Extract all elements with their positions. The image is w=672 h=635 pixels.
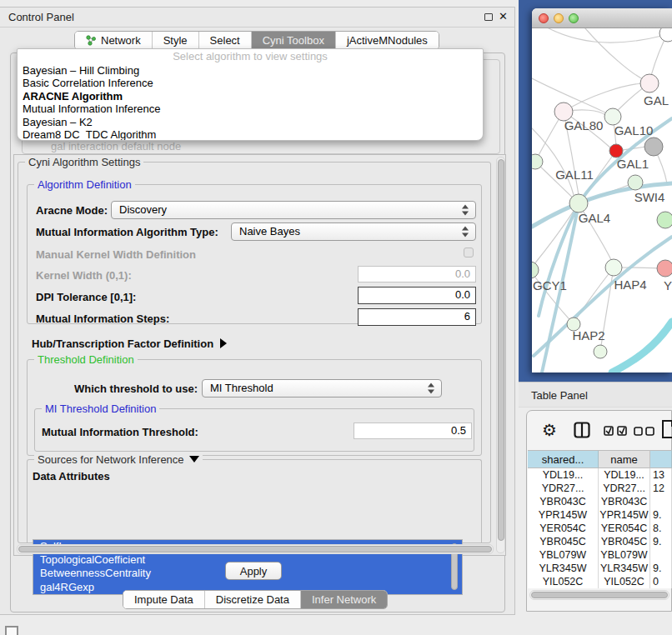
column-header-clipped[interactable] [650, 450, 672, 468]
algorithm-option[interactable]: Mutual Information Inference [18, 102, 483, 115]
network-window-titlebar[interactable] [532, 8, 672, 28]
table-cell[interactable]: YER054C [599, 522, 650, 535]
network-node[interactable] [594, 345, 607, 358]
manual-kernel-checkbox[interactable] [464, 248, 474, 258]
tab-network[interactable]: Network [75, 32, 152, 49]
mi-steps-field[interactable]: 6 [358, 308, 476, 326]
network-edge[interactable] [549, 28, 665, 42]
network-node-gcy1[interactable] [532, 262, 539, 278]
tab-style[interactable]: Style [152, 32, 198, 49]
table-cell[interactable]: YBR045C [599, 535, 650, 548]
network-edge[interactable] [612, 322, 672, 372]
table-cell[interactable] [650, 495, 672, 508]
table-cell[interactable]: YBR043C [599, 495, 650, 508]
table-hscroll-track[interactable] [529, 590, 669, 600]
mi-type-combo[interactable]: Naive Bayes [231, 222, 476, 241]
table-cell[interactable]: 8. [650, 522, 672, 535]
column-header-shared-name[interactable]: shared... [528, 450, 599, 468]
close-traffic-light-icon[interactable] [539, 13, 549, 23]
table-row[interactable]: YDR27...YDR27...12 [528, 482, 672, 495]
network-window: GALGAL80GAL10GAL1GAL11SWI4GAL4GCY1HAP4YH… [532, 8, 672, 372]
network-node-gal[interactable] [640, 74, 659, 92]
table-cell[interactable]: YLR345W [528, 562, 599, 575]
table-cell[interactable]: YDR27... [528, 482, 599, 495]
table-row[interactable]: YDL19...YDL19...13 [528, 468, 672, 482]
algorithm-option[interactable]: Basic Correlation Inference [18, 77, 483, 89]
table-row[interactable]: YPR145WYPR145W9. [528, 508, 672, 522]
table-row[interactable]: YLR345WYLR345W9. [528, 562, 672, 575]
table-cell[interactable]: YPR145W [599, 508, 650, 522]
float-window-icon[interactable] [484, 13, 493, 21]
network-node-y[interactable] [657, 260, 672, 277]
tab-select[interactable]: Select [198, 32, 251, 49]
network-edge[interactable] [564, 83, 642, 112]
network-node-gal10[interactable] [604, 108, 621, 125]
network-canvas[interactable]: GALGAL80GAL10GAL1GAL11SWI4GAL4GCY1HAP4YH… [532, 28, 672, 372]
tab-infer-network[interactable]: Infer Network [300, 591, 387, 608]
table-cell[interactable]: 13 [650, 468, 672, 482]
which-threshold-combo[interactable]: MI Threshold [202, 379, 442, 398]
table-cell[interactable]: YBL079W [528, 548, 599, 562]
table-cell[interactable]: YDL19... [599, 468, 650, 482]
algorithm-option[interactable]: ARACNE Algorithm [18, 90, 483, 102]
deselect-all-icon[interactable] [634, 427, 655, 436]
tab-jactivemnodules[interactable]: jActiveMNodules [335, 32, 439, 49]
kernel-width-field[interactable]: 0.0 [358, 266, 476, 282]
docked-panel-icon[interactable] [5, 626, 18, 635]
network-edge[interactable] [585, 28, 644, 80]
minimize-traffic-light-icon[interactable] [554, 13, 564, 23]
sources-title[interactable]: Sources for Network Inference [34, 453, 203, 466]
algorithm-option[interactable]: Dream8 DC_TDC Algorithm [18, 128, 483, 141]
network-node-swi4[interactable] [628, 175, 643, 190]
table-cell[interactable]: YDR27... [599, 482, 650, 495]
tab-discretize-data[interactable]: Discretize Data [204, 591, 300, 608]
settings-vscroll-thumb[interactable] [498, 159, 504, 541]
table-hscroll-thumb[interactable] [531, 592, 668, 598]
table-cell[interactable]: YBR043C [528, 495, 599, 508]
hub-tf-definition-toggle[interactable]: Hub/Transcription Factor Definition [32, 338, 227, 350]
document-icon[interactable] [661, 419, 672, 439]
gear-icon[interactable]: ⚙ [542, 420, 557, 440]
settings-hscroll-thumb[interactable] [18, 546, 492, 552]
network-node[interactable] [657, 212, 672, 228]
table-cell[interactable]: 9. [650, 508, 672, 522]
apply-button[interactable]: Apply [225, 562, 282, 580]
zoom-traffic-light-icon[interactable] [569, 13, 579, 23]
dpi-tolerance-field[interactable]: 0.0 [358, 287, 476, 304]
table-cell[interactable] [650, 548, 672, 562]
network-icon [86, 35, 97, 46]
network-node[interactable] [644, 138, 663, 156]
mi-threshold-field[interactable]: 0.5 [354, 422, 472, 439]
close-icon[interactable]: ✕ [499, 10, 508, 22]
split-columns-icon[interactable] [574, 422, 590, 438]
table-cell[interactable]: YBL079W [599, 548, 650, 562]
table-cell[interactable]: 12 [650, 482, 672, 495]
select-all-checked-icon[interactable] [604, 425, 629, 436]
aracne-mode-combo[interactable]: Discovery [111, 201, 476, 219]
table-cell[interactable]: YIL052C [528, 575, 599, 588]
table-row[interactable]: YBR045CYBR045C9. [528, 535, 672, 548]
table-cell[interactable]: YER054C [528, 522, 599, 535]
table-row[interactable]: YBR043CYBR043C [528, 495, 672, 508]
table-cell[interactable]: YBR045C [528, 535, 599, 548]
table-cell[interactable]: YLR345W [599, 562, 650, 575]
network-node-gal1[interactable] [609, 144, 623, 158]
table-row[interactable]: YIL052CYIL052C0 [528, 575, 672, 588]
algorithm-option[interactable]: Bayesian – K2 [18, 116, 483, 128]
network-node-gal4[interactable] [569, 194, 588, 212]
tab-cyni-toolbox[interactable]: Cyni Toolbox [251, 32, 335, 49]
table-cell[interactable]: 0 [650, 575, 672, 588]
tab-impute-data[interactable]: Impute Data [123, 591, 204, 608]
table-cell[interactable]: 9. [650, 535, 672, 548]
network-node-hap4[interactable] [605, 259, 622, 276]
table-cell[interactable]: 9. [650, 562, 672, 575]
table-cell[interactable]: YPR145W [528, 508, 599, 522]
table-row[interactable]: YBL079WYBL079W [528, 548, 672, 562]
network-node-gal11[interactable] [532, 154, 543, 169]
table-cell[interactable]: YIL052C [599, 575, 650, 588]
algorithm-option[interactable]: Bayesian – Hill Climbing [18, 64, 483, 77]
table-cell[interactable]: YDL19... [528, 468, 599, 482]
network-node[interactable] [659, 28, 672, 42]
table-row[interactable]: YER054CYER054C8. [528, 522, 672, 535]
column-header-name[interactable]: name [599, 450, 650, 468]
